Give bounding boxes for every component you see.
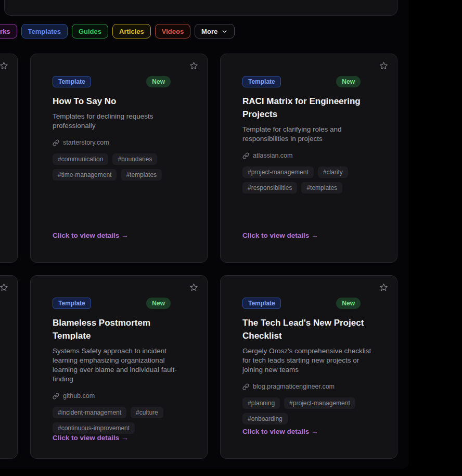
resource-card[interactable]: Template New How To Say No Templates for…	[30, 54, 208, 263]
filter-frameworks[interactable]: Frameworks	[0, 24, 17, 38]
resource-card-truncated[interactable]	[0, 54, 18, 263]
chevron-down-icon	[221, 28, 228, 35]
new-badge: New	[146, 76, 171, 87]
tag[interactable]: #planning	[242, 397, 280, 409]
star-icon[interactable]	[189, 61, 199, 71]
filter-more-label: More	[201, 28, 217, 35]
card-title: The Tech Lead's New Project Checklist	[242, 316, 375, 342]
star-icon[interactable]	[189, 283, 199, 292]
view-details-link[interactable]: Click to view details →	[242, 428, 375, 435]
tag[interactable]: #project-management	[284, 397, 355, 409]
tag-list: #planning #project-management #onboardin…	[242, 397, 375, 424]
card-grid: Template New How To Say No Templates for…	[0, 54, 397, 459]
card-description: Template for clarifying roles and respon…	[242, 125, 375, 144]
link-icon	[53, 393, 59, 400]
badge-row: Template New	[53, 298, 171, 309]
source-domain: blog.pragmaticengineer.com	[253, 383, 335, 390]
filter-templates[interactable]: Templates	[21, 24, 68, 38]
card-description: Templates for declining requests profess…	[53, 112, 185, 131]
star-icon[interactable]	[0, 61, 9, 71]
new-badge: New	[336, 76, 361, 87]
source-domain: starterstory.com	[63, 139, 109, 146]
new-badge: New	[146, 298, 171, 309]
link-icon	[53, 139, 59, 146]
filter-bar: Frameworks Templates Guides Articles Vid…	[0, 24, 235, 38]
link-icon	[242, 383, 249, 390]
source-link[interactable]: starterstory.com	[53, 139, 185, 146]
tag[interactable]: #boundaries	[112, 153, 157, 165]
source-domain: atlassian.com	[253, 152, 292, 159]
badge-row: Template New	[242, 298, 361, 309]
resource-card[interactable]: Template New Blameless Postmortem Templa…	[30, 275, 208, 459]
tag[interactable]: #continuous-improvement	[53, 422, 135, 434]
type-badge: Template	[242, 298, 281, 309]
top-search-bar[interactable]	[4, 0, 397, 16]
card-description: Systems Safety approach to incident lear…	[53, 346, 185, 384]
tag-list: #incident-management #culture #continuou…	[53, 407, 185, 434]
source-domain: github.com	[63, 392, 95, 400]
badge-row: Template New	[53, 76, 171, 87]
filter-videos[interactable]: Videos	[155, 24, 190, 38]
tag[interactable]: #culture	[131, 407, 163, 418]
tag-list: #project-management #clarity #responsibi…	[242, 166, 375, 194]
tag[interactable]: #communication	[53, 153, 108, 165]
filter-guides[interactable]: Guides	[72, 24, 108, 38]
tag[interactable]: #time-management	[53, 169, 117, 181]
star-icon[interactable]	[379, 283, 389, 292]
badge-row: Template New	[242, 76, 361, 87]
new-badge: New	[336, 298, 361, 309]
type-badge: Template	[242, 76, 281, 87]
card-title: How To Say No	[53, 95, 185, 108]
resource-card[interactable]: Template New RACI Matrix for Engineering…	[220, 54, 397, 263]
tag[interactable]: #templates	[121, 169, 162, 181]
star-icon[interactable]	[379, 61, 389, 71]
tag[interactable]: #project-management	[242, 166, 314, 178]
tag[interactable]: #onboarding	[242, 413, 288, 424]
tag[interactable]: #clarity	[318, 166, 348, 178]
resource-card[interactable]: Template New The Tech Lead's New Project…	[220, 275, 397, 459]
card-title: Blameless Postmortem Template	[53, 316, 185, 342]
source-link[interactable]: blog.pragmaticengineer.com	[242, 383, 375, 390]
resource-card-truncated[interactable]	[0, 275, 18, 459]
view-details-link[interactable]: Click to view details →	[53, 231, 185, 239]
view-details-link[interactable]: Click to view details →	[53, 434, 185, 442]
view-details-link[interactable]: Click to view details →	[242, 231, 375, 239]
tag[interactable]: #incident-management	[53, 407, 126, 418]
filter-more[interactable]: More	[195, 24, 235, 38]
tag[interactable]: #templates	[301, 182, 342, 194]
tag[interactable]: #responsibilities	[242, 182, 297, 194]
link-icon	[242, 152, 249, 159]
tag-list: #communication #boundaries #time-managem…	[53, 153, 185, 181]
type-badge: Template	[53, 76, 91, 87]
filter-articles[interactable]: Articles	[112, 24, 151, 38]
card-title: RACI Matrix for Engineering Projects	[242, 95, 375, 121]
source-link[interactable]: atlassian.com	[242, 152, 375, 159]
type-badge: Template	[53, 298, 91, 309]
card-description: Gergely Orosz's comprehensive checklist …	[242, 346, 375, 375]
star-icon[interactable]	[0, 283, 9, 292]
page-container: Frameworks Templates Guides Articles Vid…	[0, 0, 409, 469]
source-link[interactable]: github.com	[53, 392, 185, 400]
